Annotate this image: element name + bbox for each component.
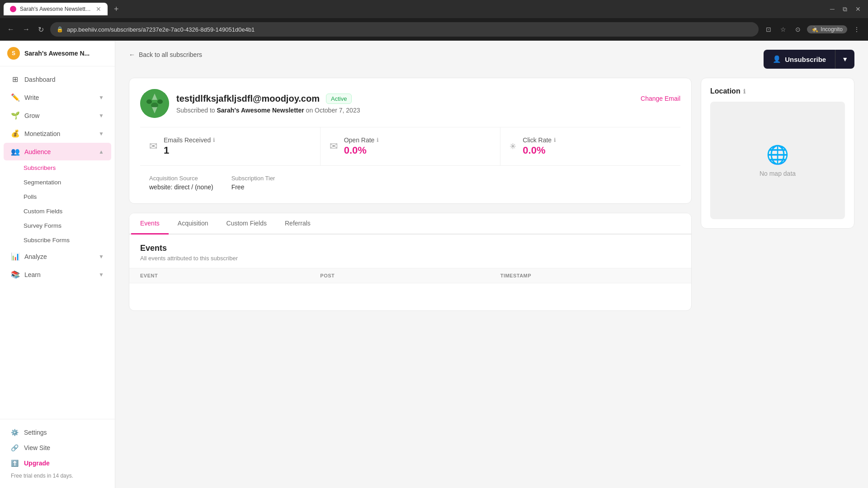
change-email-link[interactable]: Change Email <box>641 95 680 102</box>
tab-favicon <box>10 6 16 12</box>
sidebar-bottom: ⚙️ Settings 🔗 View Site ⬆️ Upgrade Free … <box>0 419 115 488</box>
sidebar-item-upgrade[interactable]: ⬆️ Upgrade <box>7 455 108 471</box>
address-box[interactable]: 🔒 app.beehiiv.com/subscribers/a7237e2e-7… <box>50 22 759 37</box>
minimize-button[interactable]: ─ <box>826 4 838 15</box>
sidebar-brand: S Sarah's Awesome N... <box>0 41 115 66</box>
chevron-down-icon: ▼ <box>99 113 104 119</box>
sidebar-item-label: Grow <box>24 112 39 119</box>
email-icon: ✉ <box>149 141 157 152</box>
tabs-bar: Events Acquisition Custom Fields Referra… <box>129 213 691 235</box>
learn-icon: 📚 <box>11 270 19 279</box>
location-map: 🌐 No map data <box>710 102 845 219</box>
subscriber-header: testjdlfksjafkljsdfl@moodjoy.com Active … <box>140 89 680 118</box>
emails-received-value: 1 <box>164 145 215 156</box>
chevron-down-icon: ▼ <box>99 253 104 260</box>
tab-close-btn[interactable]: ✕ <box>96 5 101 13</box>
tab-title: Sarah's Awesome Newsletter - b... <box>20 6 92 12</box>
subscription-tier-value: Free <box>231 183 275 191</box>
stats-row: ✉ Emails Received ℹ 1 ✉ <box>140 127 680 165</box>
no-map-text: No map data <box>760 170 796 177</box>
tab-custom-fields[interactable]: Custom Fields <box>217 213 276 235</box>
profile-icon[interactable]: ⊙ <box>793 24 803 35</box>
sidebar-item-subscribers[interactable]: Subscribers <box>4 161 111 175</box>
sidebar-item-subscribe-forms[interactable]: Subscribe Forms <box>4 233 111 247</box>
new-tab-button[interactable]: + <box>109 3 123 16</box>
sidebar-item-dashboard[interactable]: ⊞ Dashboard <box>4 70 111 88</box>
view-site-label: View Site <box>24 444 50 451</box>
sidebar-item-view-site[interactable]: 🔗 View Site <box>7 440 108 455</box>
maximize-button[interactable]: ⧉ <box>839 4 851 15</box>
analyze-icon: 📊 <box>11 252 19 261</box>
back-link-text: Back to all subscribers <box>139 51 202 58</box>
sidebar-item-settings[interactable]: ⚙️ Settings <box>7 425 108 440</box>
reload-button[interactable]: ↻ <box>36 23 46 36</box>
upgrade-icon: ⬆️ <box>11 460 19 467</box>
acquisition-source-label: Acquisition Source <box>149 175 213 182</box>
view-site-icon: 🔗 <box>11 444 19 451</box>
chevron-down-icon: ▼ <box>99 272 104 278</box>
unsubscribe-dropdown-button[interactable]: ▼ <box>835 50 854 69</box>
svg-point-2 <box>157 99 163 104</box>
incognito-badge: 🕵 Incognito <box>807 25 847 33</box>
settings-icon: ⚙️ <box>11 429 19 436</box>
stat-content: Click Rate ℹ 0.0% <box>523 136 556 156</box>
tab-acquisition[interactable]: Acquisition <box>169 213 217 235</box>
info-icon[interactable]: ℹ <box>213 137 215 143</box>
cast-icon[interactable]: ⊡ <box>763 24 774 35</box>
settings-label: Settings <box>24 429 47 436</box>
sidebar-item-label: Audience <box>24 148 51 155</box>
close-window-button[interactable]: ✕ <box>852 4 864 15</box>
globe-icon: 🌐 <box>766 144 789 165</box>
back-button[interactable]: ← <box>5 23 16 35</box>
tab-events[interactable]: Events <box>131 213 169 235</box>
subscribers-label: Subscribers <box>24 164 56 171</box>
sidebar-item-segmentation[interactable]: Segmentation <box>4 175 111 189</box>
location-panel: Location ℹ 🌐 No map data <box>701 78 854 229</box>
open-rate-value: 0.0% <box>344 145 379 156</box>
more-options-icon[interactable]: ⋮ <box>851 24 863 35</box>
click-rate-label: Click Rate <box>523 136 552 144</box>
open-email-icon: ✉ <box>330 141 338 152</box>
info-icon[interactable]: ℹ <box>554 137 556 143</box>
bookmark-icon[interactable]: ☆ <box>778 24 789 35</box>
subscribed-on: on October 7, 2023 <box>306 107 360 114</box>
sidebar-item-survey-forms[interactable]: Survey Forms <box>4 219 111 233</box>
browser-tab[interactable]: Sarah's Awesome Newsletter - b... ✕ <box>4 3 108 15</box>
sidebar-item-audience[interactable]: 👥 Audience ▲ <box>4 143 111 160</box>
upgrade-label: Upgrade <box>24 460 50 467</box>
location-title: Location ℹ <box>710 87 845 95</box>
audience-icon: 👥 <box>11 147 19 156</box>
col-event: EVENT <box>140 273 320 278</box>
sidebar-item-monetization[interactable]: 💰 Monetization ▼ <box>4 125 111 142</box>
content-area: testjdlfksjafkljsdfl@moodjoy.com Active … <box>129 78 854 311</box>
write-icon: ✏️ <box>11 93 19 102</box>
acquisition-source-item: Acquisition Source website: direct / (no… <box>149 175 213 191</box>
tab-referrals[interactable]: Referrals <box>276 213 320 235</box>
sidebar-item-grow[interactable]: 🌱 Grow ▼ <box>4 107 111 124</box>
browser-actions: ⊡ ☆ ⊙ 🕵 Incognito ⋮ <box>763 24 863 35</box>
sidebar-item-write[interactable]: ✏️ Write ▼ <box>4 89 111 106</box>
stat-content: Open Rate ℹ 0.0% <box>344 136 379 156</box>
address-bar: ← → ↻ 🔒 app.beehiiv.com/subscribers/a723… <box>0 18 868 41</box>
subscribe-forms-label: Subscribe Forms <box>24 237 70 244</box>
open-rate-label: Open Rate <box>344 136 375 144</box>
back-to-subscribers-link[interactable]: ← Back to all subscribers <box>129 51 202 58</box>
svg-point-1 <box>146 99 152 104</box>
app-layout: S Sarah's Awesome N... ⊞ Dashboard ✏️ Wr… <box>0 41 868 488</box>
location-info-icon[interactable]: ℹ <box>743 88 745 95</box>
stat-label: Emails Received ℹ <box>164 136 215 144</box>
sidebar-item-analyze[interactable]: 📊 Analyze ▼ <box>4 248 111 265</box>
events-section: Events Acquisition Custom Fields Referra… <box>129 213 692 311</box>
info-icon[interactable]: ℹ <box>377 137 379 143</box>
events-table-body <box>129 283 691 310</box>
forward-button[interactable]: → <box>21 23 32 35</box>
sidebar-item-learn[interactable]: 📚 Learn ▼ <box>4 266 111 283</box>
unsubscribe-button[interactable]: 👤 Unsubscribe <box>764 50 835 69</box>
lock-icon: 🔒 <box>57 26 63 33</box>
stat-content: Emails Received ℹ 1 <box>164 136 215 156</box>
click-rate-value: 0.0% <box>523 145 556 156</box>
sidebar-item-polls[interactable]: Polls <box>4 190 111 204</box>
sidebar-item-custom-fields[interactable]: Custom Fields <box>4 204 111 218</box>
subscribed-prefix: Subscribed to <box>176 107 215 114</box>
dashboard-icon: ⊞ <box>11 75 19 84</box>
